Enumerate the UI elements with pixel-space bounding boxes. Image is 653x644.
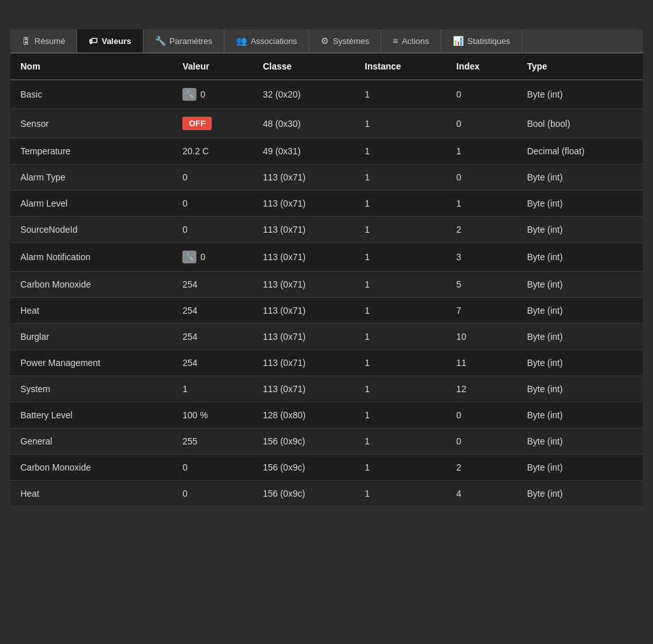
cell-classe: 113 (0x71): [253, 243, 355, 272]
cell-instance: 1: [355, 455, 446, 481]
cell-nom: Alarm Type: [10, 165, 172, 191]
tab-bar: 🎛Résumé🏷Valeurs🔧Paramètres👥Associations⚙…: [10, 29, 643, 54]
table-row: Alarm Level0113 (0x71)11Byte (int): [10, 191, 643, 217]
col-header-instance: Instance: [355, 54, 446, 80]
cell-instance: 1: [355, 243, 446, 272]
cell-classe: 156 (0x9c): [253, 428, 355, 455]
cell-index: 7: [446, 298, 517, 324]
cell-nom: Carbon Monoxide: [10, 455, 172, 481]
cell-type: Byte (int): [517, 376, 643, 402]
resume-icon: 🎛: [22, 36, 31, 46]
table-header: NomValeurClasseInstanceIndexType: [10, 54, 643, 80]
cell-nom: Basic: [10, 80, 172, 109]
table-row: Temperature20.2 C49 (0x31)11Decimal (flo…: [10, 138, 643, 165]
tab-resume[interactable]: 🎛Résumé: [10, 29, 77, 52]
valeurs-icon: 🏷: [89, 36, 98, 46]
cell-valeur: 🔧0: [172, 243, 253, 272]
table-row: General255156 (0x9c)10Byte (int): [10, 428, 643, 455]
table-row: Alarm Type0113 (0x71)10Byte (int): [10, 165, 643, 191]
cell-index: 12: [446, 376, 517, 402]
cell-valeur: 1: [172, 376, 253, 402]
cell-type: Bool (bool): [517, 109, 643, 138]
values-table: NomValeurClasseInstanceIndexType Basic🔧0…: [10, 54, 643, 507]
cell-classe: 113 (0x71): [253, 376, 355, 402]
tab-systemes[interactable]: ⚙Systèmes: [309, 29, 381, 52]
cell-type: Byte (int): [517, 402, 643, 428]
tab-valeurs[interactable]: 🏷Valeurs: [77, 29, 143, 54]
tab-parametres[interactable]: 🔧Paramètres: [143, 29, 224, 52]
table-row: Power Management254113 (0x71)111Byte (in…: [10, 350, 643, 376]
cell-nom: System: [10, 376, 172, 402]
cell-valeur: 254: [172, 272, 253, 298]
cell-valeur: 0: [172, 481, 253, 507]
cell-classe: 32 (0x20): [253, 80, 355, 109]
cell-classe: 113 (0x71): [253, 191, 355, 217]
cell-valeur: OFF: [172, 109, 253, 138]
cell-nom: Burglar: [10, 324, 172, 350]
associations-label: Associations: [251, 36, 297, 46]
cell-nom: Temperature: [10, 138, 172, 165]
cell-classe: 113 (0x71): [253, 165, 355, 191]
cell-instance: 1: [355, 376, 446, 402]
tab-associations[interactable]: 👥Associations: [224, 29, 309, 52]
tab-actions[interactable]: ≡Actions: [381, 29, 441, 52]
table-row: SourceNodeId0113 (0x71)12Byte (int): [10, 217, 643, 243]
cell-valeur: 254: [172, 298, 253, 324]
cell-type: Byte (int): [517, 324, 643, 350]
cell-type: Byte (int): [517, 481, 643, 507]
table-row: Heat254113 (0x71)17Byte (int): [10, 298, 643, 324]
cell-classe: 156 (0x9c): [253, 455, 355, 481]
cell-nom: Sensor: [10, 109, 172, 138]
cell-valeur: 0: [172, 165, 253, 191]
off-badge[interactable]: OFF: [182, 117, 212, 130]
cell-classe: 48 (0x30): [253, 109, 355, 138]
cell-type: Byte (int): [517, 243, 643, 272]
table-row: Alarm Notification🔧0113 (0x71)13Byte (in…: [10, 243, 643, 272]
cell-valeur: 0: [172, 191, 253, 217]
tab-statistiques[interactable]: 📊Statistiques: [441, 29, 522, 52]
cell-index: 1: [446, 191, 517, 217]
parametres-icon: 🔧: [155, 36, 166, 46]
cell-classe: 113 (0x71): [253, 298, 355, 324]
cell-instance: 1: [355, 138, 446, 165]
cell-index: 0: [446, 165, 517, 191]
cell-index: 0: [446, 402, 517, 428]
cell-instance: 1: [355, 402, 446, 428]
cell-nom: Alarm Level: [10, 191, 172, 217]
cell-instance: 1: [355, 80, 446, 109]
table-row: Basic🔧032 (0x20)10Byte (int): [10, 80, 643, 109]
cell-classe: 113 (0x71): [253, 324, 355, 350]
cell-classe: 49 (0x31): [253, 138, 355, 165]
table-row: Battery Level100 %128 (0x80)10Byte (int): [10, 402, 643, 428]
cell-index: 1: [446, 138, 517, 165]
cell-valeur: 255: [172, 428, 253, 455]
cell-type: Byte (int): [517, 455, 643, 481]
cell-instance: 1: [355, 350, 446, 376]
cell-nom: General: [10, 428, 172, 455]
cell-index: 11: [446, 350, 517, 376]
cell-index: 0: [446, 428, 517, 455]
statistiques-icon: 📊: [453, 36, 464, 46]
cell-valeur: 100 %: [172, 402, 253, 428]
col-header-classe: Classe: [253, 54, 355, 80]
cell-instance: 1: [355, 481, 446, 507]
cell-classe: 113 (0x71): [253, 272, 355, 298]
cell-nom: Heat: [10, 298, 172, 324]
cell-nom: SourceNodeId: [10, 217, 172, 243]
cell-nom: Carbon Monoxide: [10, 272, 172, 298]
cell-valeur: 20.2 C: [172, 138, 253, 165]
cell-valeur: 0: [172, 217, 253, 243]
cell-instance: 1: [355, 428, 446, 455]
cell-index: 5: [446, 272, 517, 298]
value-text: 0: [200, 252, 205, 262]
cell-nom: Alarm Notification: [10, 243, 172, 272]
cell-index: 0: [446, 109, 517, 138]
valeurs-label: Valeurs: [101, 36, 131, 46]
systemes-label: Systèmes: [333, 36, 369, 46]
cell-valeur: 🔧0: [172, 80, 253, 109]
value-cell: 🔧0: [182, 88, 242, 101]
main-container: 🎛Résumé🏷Valeurs🔧Paramètres👥Associations⚙…: [0, 0, 653, 517]
actions-label: Actions: [402, 36, 429, 46]
cell-nom: Battery Level: [10, 402, 172, 428]
table-row: Heat0156 (0x9c)14Byte (int): [10, 481, 643, 507]
